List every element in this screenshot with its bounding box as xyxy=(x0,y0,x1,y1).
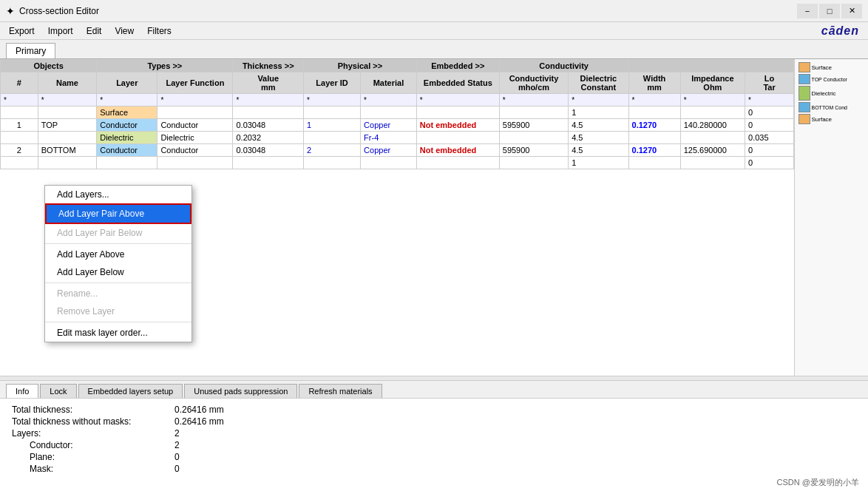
ctx-add-pair-above[interactable]: Add Layer Pair Above xyxy=(45,203,191,224)
side-item-conductor-top: TOP Conductor xyxy=(799,74,865,84)
col-group-conductivity: Conductivity xyxy=(499,60,628,72)
window-controls: − □ ✕ xyxy=(797,4,862,18)
app-title: Cross-section Editor xyxy=(19,6,797,16)
side-color-dielectric xyxy=(799,86,810,101)
side-label-conductor-bottom: BOTTOM Cond xyxy=(812,105,848,110)
filter-layerid[interactable] xyxy=(307,96,357,104)
info-row-plane: Plane: 0 xyxy=(12,452,856,462)
filter-layer[interactable] xyxy=(100,96,154,104)
info-label-plane: Plane: xyxy=(12,452,174,462)
side-label-surface-top: Surface xyxy=(812,64,833,71)
minimize-button[interactable]: − xyxy=(797,4,818,18)
col-header-material: Material xyxy=(361,72,417,94)
info-label-mask: Mask: xyxy=(12,464,174,474)
side-color-surface-bottom xyxy=(799,114,810,124)
col-header-name: Name xyxy=(38,72,96,94)
col-group-extra xyxy=(628,60,793,72)
table-row[interactable]: 2 BOTTOM Conductor Conductor 0.03048 2 C… xyxy=(1,144,794,157)
info-value-thickness-masks: 0.26416 mm xyxy=(174,416,224,427)
content-area: Objects Types >> Thickness >> Physical >… xyxy=(0,58,868,376)
menu-filters[interactable]: Filters xyxy=(141,24,177,38)
col-header-lo: LoTar xyxy=(745,72,794,94)
app-icon: ✦ xyxy=(6,5,15,17)
ctx-edit-mask-order[interactable]: Edit mask layer order... xyxy=(45,324,191,342)
side-label-surface-bottom: Surface xyxy=(812,116,833,123)
bottom-tab-info[interactable]: Info xyxy=(6,384,38,398)
side-item-conductor-bottom: BOTTOM Cond xyxy=(799,102,865,112)
side-color-conductor-bottom xyxy=(799,102,810,112)
ctx-remove-layer: Remove Layer xyxy=(45,302,191,320)
cadence-logo: cāden xyxy=(821,24,859,38)
ctx-add-layer-below[interactable]: Add Layer Below xyxy=(45,263,191,281)
col-header-embedded: Embedded Status xyxy=(416,72,499,94)
ctx-divider-2 xyxy=(45,282,191,283)
info-row-layers: Layers: 2 xyxy=(12,428,856,439)
info-label-conductor: Conductor: xyxy=(12,440,174,450)
tab-primary[interactable]: Primary xyxy=(6,43,55,59)
filter-name[interactable] xyxy=(41,96,93,104)
info-value-layers: 2 xyxy=(174,428,180,439)
filter-num[interactable] xyxy=(4,96,35,104)
table-row[interactable]: Surface 1 0 xyxy=(1,106,794,119)
bottom-tab-embedded[interactable]: Embedded layers setup xyxy=(78,384,183,398)
filter-embedded[interactable] xyxy=(420,96,496,104)
side-item-dielectric: Dielectric xyxy=(799,86,865,101)
col-group-types: Types >> xyxy=(97,60,233,72)
filter-layerfn[interactable] xyxy=(160,96,229,104)
filter-dielectric[interactable] xyxy=(572,96,625,104)
close-button[interactable]: ✕ xyxy=(841,4,862,18)
bottom-tab-unused[interactable]: Unused pads suppression xyxy=(184,384,297,398)
maximize-button[interactable]: □ xyxy=(819,4,840,18)
table-area[interactable]: Objects Types >> Thickness >> Physical >… xyxy=(0,59,794,376)
info-value-plane: 0 xyxy=(174,452,180,462)
menu-edit[interactable]: Edit xyxy=(81,24,108,38)
col-group-embedded: Embedded >> xyxy=(416,60,499,72)
menu-export[interactable]: Export xyxy=(3,24,41,38)
info-value-mask: 0 xyxy=(174,464,180,474)
col-header-layer: Layer xyxy=(97,72,157,94)
table-row[interactable]: Dielectric Dielectric 0.2032 Fr-4 4.5 0.… xyxy=(1,132,794,144)
ctx-add-layer-above[interactable]: Add Layer Above xyxy=(45,246,191,263)
col-header-num: # xyxy=(1,72,38,94)
side-item-surface-bottom: Surface xyxy=(799,114,865,124)
table-row[interactable]: 1 0 xyxy=(1,157,794,169)
filter-material[interactable] xyxy=(364,96,413,104)
col-header-layerfn: Layer Function xyxy=(157,72,233,94)
ctx-divider-3 xyxy=(45,322,191,322)
ctx-rename: Rename... xyxy=(45,285,191,302)
menu-view[interactable]: View xyxy=(109,24,140,38)
menu-import[interactable]: Import xyxy=(42,24,79,38)
filter-width[interactable] xyxy=(632,96,677,104)
side-color-conductor-top xyxy=(799,74,810,84)
watermark: CSDN @爱发明的小羊 xyxy=(777,477,859,488)
info-value-thickness: 0.26416 mm xyxy=(174,405,224,415)
bottom-tab-refresh[interactable]: Refresh materials xyxy=(299,384,382,398)
col-group-physical: Physical >> xyxy=(304,60,417,72)
col-header-layerid: Layer ID xyxy=(304,72,361,94)
menu-bar: Export Import Edit View Filters cāden xyxy=(0,22,868,40)
filter-value[interactable] xyxy=(236,96,300,104)
ctx-divider-1 xyxy=(45,243,191,244)
ctx-add-layers[interactable]: Add Layers... xyxy=(45,186,191,203)
col-header-conductivity: Conductivitymho/cm xyxy=(499,72,568,94)
tab-bar: Primary xyxy=(0,40,868,58)
filter-lo[interactable] xyxy=(748,96,790,104)
bottom-tab-lock[interactable]: Lock xyxy=(40,384,76,398)
info-row-conductor: Conductor: 2 xyxy=(12,440,856,450)
info-value-conductor: 2 xyxy=(174,440,180,450)
col-group-thickness: Thickness >> xyxy=(233,60,304,72)
side-label-dielectric: Dielectric xyxy=(812,90,836,97)
col-header-width: Widthmm xyxy=(628,72,680,94)
filter-conductivity[interactable] xyxy=(503,96,565,104)
side-panel: Surface TOP Conductor Dielectric BOTTOM … xyxy=(794,59,868,376)
table-row[interactable]: 1 TOP Conductor Conductor 0.03048 1 Copp… xyxy=(1,119,794,132)
col-header-value: Valuemm xyxy=(233,72,304,94)
side-color-surface-top xyxy=(799,62,810,72)
info-label-layers: Layers: xyxy=(12,428,174,439)
main-area: Primary Objects Types >> Thickness >> Ph… xyxy=(0,40,868,494)
bottom-tab-bar: Info Lock Embedded layers setup Unused p… xyxy=(0,380,868,398)
info-row-thickness-masks: Total thickness without masks: 0.26416 m… xyxy=(12,416,856,427)
ctx-add-pair-below: Add Layer Pair Below xyxy=(45,224,191,242)
filter-impedance[interactable] xyxy=(684,96,742,104)
cross-section-table: Objects Types >> Thickness >> Physical >… xyxy=(0,59,794,169)
